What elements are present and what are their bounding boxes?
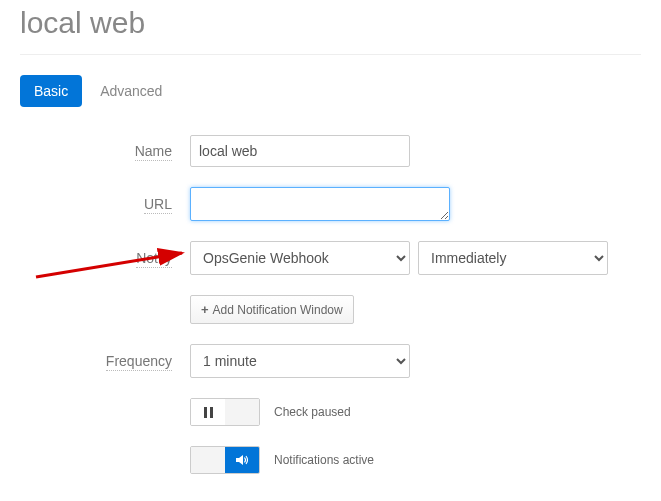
page-title: local web [20, 6, 641, 40]
check-paused-label: Check paused [274, 405, 351, 419]
label-notify: Notify [136, 250, 172, 268]
notifications-active-toggle[interactable] [190, 446, 260, 474]
check-paused-toggle[interactable] [190, 398, 260, 426]
row-name: Name [20, 135, 641, 167]
notify-when-select[interactable]: Immediately [418, 241, 608, 275]
divider [20, 54, 641, 55]
row-add-notification: + Add Notification Window [20, 295, 641, 324]
speaker-icon [235, 454, 249, 466]
name-input[interactable] [190, 135, 410, 167]
row-notifications-active: Notifications active [20, 446, 641, 474]
url-input[interactable] [190, 187, 450, 221]
notify-target-select[interactable]: OpsGenie Webhook [190, 241, 410, 275]
row-check-paused: Check paused [20, 398, 641, 426]
tab-advanced[interactable]: Advanced [86, 75, 176, 107]
plus-icon: + [201, 302, 209, 317]
row-frequency: Frequency 1 minute [20, 344, 641, 378]
notifications-active-label: Notifications active [274, 453, 374, 467]
label-name: Name [135, 143, 172, 161]
tab-basic[interactable]: Basic [20, 75, 82, 107]
frequency-select[interactable]: 1 minute [190, 344, 410, 378]
add-notification-window-button[interactable]: + Add Notification Window [190, 295, 354, 324]
row-url: URL [20, 187, 641, 221]
row-notify: Notify OpsGenie Webhook Immediately [20, 241, 641, 275]
label-url: URL [144, 196, 172, 214]
label-frequency: Frequency [106, 353, 172, 371]
tabs: Basic Advanced [20, 75, 641, 107]
add-notification-window-label: Add Notification Window [213, 303, 343, 317]
pause-icon [204, 407, 213, 418]
